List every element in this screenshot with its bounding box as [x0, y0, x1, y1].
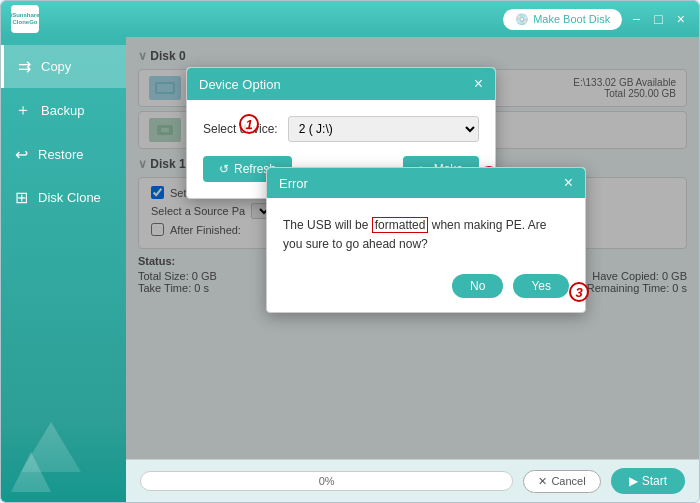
error-message-part1: The USB will be — [283, 218, 372, 232]
sidebar-item-backup[interactable]: ＋ Backup — [1, 88, 126, 133]
cancel-icon: ✕ — [538, 475, 547, 488]
error-dialog: Error × The USB will be formatted when m… — [266, 167, 586, 313]
app-logo: iSunshare CloneGo — [11, 5, 39, 33]
disk-icon: 💿 — [515, 13, 529, 26]
maximize-button[interactable]: □ — [650, 11, 666, 27]
yes-button[interactable]: Yes — [513, 274, 569, 298]
sidebar-item-copy[interactable]: ⇉ Copy — [1, 45, 126, 88]
error-dialog-actions: No Yes — [267, 266, 585, 312]
footer: 0% ✕ Cancel ▶ Start — [126, 459, 699, 502]
disk-clone-icon: ⊞ — [15, 188, 28, 207]
title-bar-right: 💿 Make Boot Disk − □ × — [503, 9, 689, 30]
device-select-dropdown[interactable]: 2 ( J:\) — [288, 116, 479, 142]
title-bar-left: iSunshare CloneGo — [11, 5, 39, 33]
progress-bar: 0% — [140, 471, 513, 491]
sidebar-item-label: Restore — [38, 147, 84, 162]
device-dialog-close[interactable]: × — [474, 76, 483, 92]
formatted-word: formatted — [372, 217, 429, 233]
no-button[interactable]: No — [452, 274, 503, 298]
refresh-icon: ↺ — [219, 162, 229, 176]
error-dialog-title-bar: Error × — [267, 168, 585, 198]
start-button[interactable]: ▶ Start — [611, 468, 685, 494]
app-window: iSunshare CloneGo 💿 Make Boot Disk − □ ×… — [0, 0, 700, 503]
error-dialog-title: Error — [279, 176, 308, 191]
content-area: ∨ Disk 0 C: To E:\133.02 GB Available To… — [126, 37, 699, 459]
title-bar: iSunshare CloneGo 💿 Make Boot Disk − □ × — [1, 1, 699, 37]
sidebar-item-label: Copy — [41, 59, 71, 74]
copy-icon: ⇉ — [18, 57, 31, 76]
device-dialog-title-bar: Device Option × — [187, 68, 495, 100]
main-layout: ⇉ Copy ＋ Backup ↩ Restore ⊞ Disk Clone — [1, 37, 699, 502]
progress-text: 0% — [319, 475, 335, 487]
restore-icon: ↩ — [15, 145, 28, 164]
sidebar-item-restore[interactable]: ↩ Restore — [1, 133, 126, 176]
play-icon: ▶ — [629, 474, 638, 488]
annotation-1: 1 — [239, 114, 259, 134]
error-dialog-close[interactable]: × — [564, 175, 573, 191]
error-dialog-body: The USB will be formatted when making PE… — [267, 198, 585, 266]
sidebar-decoration — [1, 219, 126, 502]
sidebar-item-disk-clone[interactable]: ⊞ Disk Clone — [1, 176, 126, 219]
close-button[interactable]: × — [673, 11, 689, 27]
backup-icon: ＋ — [15, 100, 31, 121]
minimize-button[interactable]: − — [628, 11, 644, 27]
make-boot-button[interactable]: 💿 Make Boot Disk — [503, 9, 622, 30]
sidebar: ⇉ Copy ＋ Backup ↩ Restore ⊞ Disk Clone — [1, 37, 126, 502]
sidebar-item-label: Backup — [41, 103, 84, 118]
cancel-button[interactable]: ✕ Cancel — [523, 470, 600, 493]
device-dialog-title: Device Option — [199, 77, 281, 92]
sidebar-item-label: Disk Clone — [38, 190, 101, 205]
